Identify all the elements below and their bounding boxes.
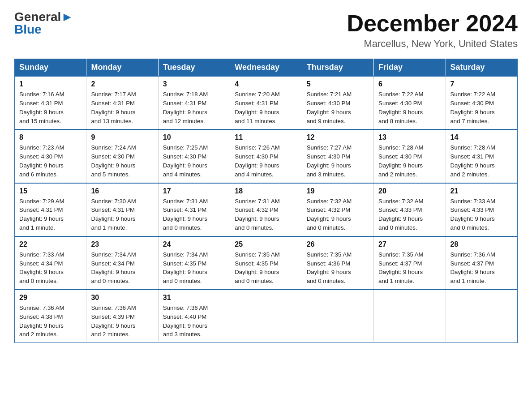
calendar-cell: 6Sunrise: 7:22 AMSunset: 4:30 PMDaylight…: [374, 76, 446, 129]
day-number: 30: [91, 294, 153, 302]
header-thursday: Thursday: [302, 59, 373, 77]
day-info: Sunrise: 7:28 AMSunset: 4:31 PMDaylight:…: [450, 143, 513, 179]
month-title: December 2024: [347, 11, 518, 36]
header-wednesday: Wednesday: [230, 59, 302, 77]
day-number: 2: [91, 80, 153, 88]
day-number: 29: [19, 294, 82, 302]
calendar-cell: 3Sunrise: 7:18 AMSunset: 4:31 PMDaylight…: [158, 76, 230, 129]
day-info: Sunrise: 7:34 AMSunset: 4:34 PMDaylight:…: [91, 250, 153, 286]
day-number: 31: [163, 294, 225, 302]
day-info: Sunrise: 7:16 AMSunset: 4:31 PMDaylight:…: [19, 90, 82, 125]
day-number: 19: [307, 187, 369, 195]
day-number: 18: [235, 187, 297, 195]
calendar-cell: 4Sunrise: 7:20 AMSunset: 4:31 PMDaylight…: [230, 76, 302, 129]
calendar-header-row: SundayMondayTuesdayWednesdayThursdayFrid…: [15, 59, 518, 77]
day-number: 11: [235, 133, 297, 141]
day-info: Sunrise: 7:35 AMSunset: 4:37 PMDaylight:…: [378, 250, 441, 286]
day-number: 12: [307, 133, 369, 141]
header-tuesday: Tuesday: [158, 59, 230, 77]
calendar-cell: 21Sunrise: 7:33 AMSunset: 4:33 PMDayligh…: [446, 183, 517, 236]
day-info: Sunrise: 7:27 AMSunset: 4:30 PMDaylight:…: [307, 143, 369, 179]
day-info: Sunrise: 7:35 AMSunset: 4:35 PMDaylight:…: [235, 250, 297, 286]
calendar-cell: 13Sunrise: 7:28 AMSunset: 4:30 PMDayligh…: [374, 129, 446, 183]
day-number: 15: [19, 187, 82, 195]
day-info: Sunrise: 7:33 AMSunset: 4:33 PMDaylight:…: [450, 197, 513, 232]
calendar-body: 1Sunrise: 7:16 AMSunset: 4:31 PMDaylight…: [15, 76, 518, 342]
day-info: Sunrise: 7:32 AMSunset: 4:33 PMDaylight:…: [378, 197, 441, 232]
header-monday: Monday: [86, 59, 158, 77]
calendar-cell: [302, 290, 373, 343]
day-info: Sunrise: 7:32 AMSunset: 4:32 PMDaylight:…: [307, 197, 369, 232]
calendar-cell: 31Sunrise: 7:36 AMSunset: 4:40 PMDayligh…: [158, 290, 230, 343]
calendar-cell: 26Sunrise: 7:35 AMSunset: 4:36 PMDayligh…: [302, 236, 373, 290]
calendar-cell: [230, 290, 302, 343]
day-info: Sunrise: 7:20 AMSunset: 4:31 PMDaylight:…: [235, 90, 297, 125]
day-info: Sunrise: 7:35 AMSunset: 4:36 PMDaylight:…: [307, 250, 369, 286]
calendar-cell: 14Sunrise: 7:28 AMSunset: 4:31 PMDayligh…: [446, 129, 517, 183]
day-number: 13: [378, 133, 441, 141]
calendar-cell: 30Sunrise: 7:36 AMSunset: 4:39 PMDayligh…: [86, 290, 158, 343]
day-number: 4: [235, 80, 297, 88]
day-number: 24: [163, 240, 225, 248]
calendar-cell: 8Sunrise: 7:23 AMSunset: 4:30 PMDaylight…: [15, 129, 86, 183]
day-number: 6: [378, 80, 441, 88]
day-info: Sunrise: 7:36 AMSunset: 4:40 PMDaylight:…: [163, 304, 225, 339]
day-number: 23: [91, 240, 153, 248]
day-number: 22: [19, 240, 82, 248]
day-number: 8: [19, 133, 82, 141]
day-info: Sunrise: 7:23 AMSunset: 4:30 PMDaylight:…: [19, 143, 82, 179]
day-info: Sunrise: 7:25 AMSunset: 4:30 PMDaylight:…: [163, 143, 225, 179]
calendar-cell: 17Sunrise: 7:31 AMSunset: 4:31 PMDayligh…: [158, 183, 230, 236]
day-info: Sunrise: 7:26 AMSunset: 4:30 PMDaylight:…: [235, 143, 297, 179]
calendar-cell: 23Sunrise: 7:34 AMSunset: 4:34 PMDayligh…: [86, 236, 158, 290]
calendar-cell: [446, 290, 517, 343]
logo-triangle-shape: ►: [61, 10, 73, 24]
day-number: 1: [19, 80, 82, 88]
calendar-cell: 28Sunrise: 7:36 AMSunset: 4:37 PMDayligh…: [446, 236, 517, 290]
day-number: 17: [163, 187, 225, 195]
day-info: Sunrise: 7:34 AMSunset: 4:35 PMDaylight:…: [163, 250, 225, 286]
calendar-cell: 2Sunrise: 7:17 AMSunset: 4:31 PMDaylight…: [86, 76, 158, 129]
day-info: Sunrise: 7:22 AMSunset: 4:30 PMDaylight:…: [378, 90, 441, 125]
calendar-cell: 5Sunrise: 7:21 AMSunset: 4:30 PMDaylight…: [302, 76, 373, 129]
calendar-cell: 29Sunrise: 7:36 AMSunset: 4:38 PMDayligh…: [15, 290, 86, 343]
week-row-4: 22Sunrise: 7:33 AMSunset: 4:34 PMDayligh…: [15, 236, 518, 290]
calendar-cell: 9Sunrise: 7:24 AMSunset: 4:30 PMDaylight…: [86, 129, 158, 183]
logo: General► Blue: [14, 11, 73, 36]
calendar-cell: 22Sunrise: 7:33 AMSunset: 4:34 PMDayligh…: [15, 236, 86, 290]
calendar-cell: 27Sunrise: 7:35 AMSunset: 4:37 PMDayligh…: [374, 236, 446, 290]
day-number: 25: [235, 240, 297, 248]
calendar-table: SundayMondayTuesdayWednesdayThursdayFrid…: [14, 59, 518, 343]
day-number: 28: [450, 240, 513, 248]
header-sunday: Sunday: [15, 59, 86, 77]
day-info: Sunrise: 7:33 AMSunset: 4:34 PMDaylight:…: [19, 250, 82, 286]
day-info: Sunrise: 7:29 AMSunset: 4:31 PMDaylight:…: [19, 197, 82, 232]
calendar-cell: 18Sunrise: 7:31 AMSunset: 4:32 PMDayligh…: [230, 183, 302, 236]
day-info: Sunrise: 7:22 AMSunset: 4:30 PMDaylight:…: [450, 90, 513, 125]
day-number: 9: [91, 133, 153, 141]
title-block: December 2024 Marcellus, New York, Unite…: [347, 11, 518, 50]
day-info: Sunrise: 7:31 AMSunset: 4:31 PMDaylight:…: [163, 197, 225, 232]
calendar-cell: 25Sunrise: 7:35 AMSunset: 4:35 PMDayligh…: [230, 236, 302, 290]
header-saturday: Saturday: [446, 59, 517, 77]
day-number: 21: [450, 187, 513, 195]
day-number: 20: [378, 187, 441, 195]
calendar-cell: 16Sunrise: 7:30 AMSunset: 4:31 PMDayligh…: [86, 183, 158, 236]
calendar-cell: [374, 290, 446, 343]
calendar-cell: 15Sunrise: 7:29 AMSunset: 4:31 PMDayligh…: [15, 183, 86, 236]
week-row-2: 8Sunrise: 7:23 AMSunset: 4:30 PMDaylight…: [15, 129, 518, 183]
day-number: 26: [307, 240, 369, 248]
header-friday: Friday: [374, 59, 446, 77]
week-row-5: 29Sunrise: 7:36 AMSunset: 4:38 PMDayligh…: [15, 290, 518, 343]
day-info: Sunrise: 7:36 AMSunset: 4:37 PMDaylight:…: [450, 250, 513, 286]
calendar-cell: 12Sunrise: 7:27 AMSunset: 4:30 PMDayligh…: [302, 129, 373, 183]
day-number: 5: [307, 80, 369, 88]
calendar-cell: 10Sunrise: 7:25 AMSunset: 4:30 PMDayligh…: [158, 129, 230, 183]
page-header: General► Blue December 2024 Marcellus, N…: [14, 11, 518, 50]
calendar-cell: 11Sunrise: 7:26 AMSunset: 4:30 PMDayligh…: [230, 129, 302, 183]
day-number: 14: [450, 133, 513, 141]
logo-text-top: General►: [14, 11, 73, 23]
day-info: Sunrise: 7:28 AMSunset: 4:30 PMDaylight:…: [378, 143, 441, 179]
day-info: Sunrise: 7:18 AMSunset: 4:31 PMDaylight:…: [163, 90, 225, 125]
calendar-cell: 1Sunrise: 7:16 AMSunset: 4:31 PMDaylight…: [15, 76, 86, 129]
